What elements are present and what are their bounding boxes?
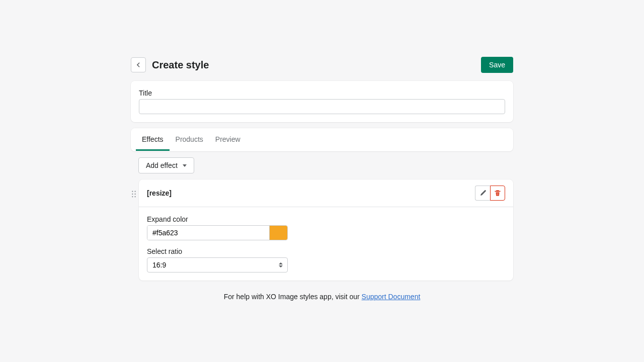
tab-preview[interactable]: Preview bbox=[209, 128, 247, 151]
trash-icon bbox=[494, 190, 501, 197]
tabs: Effects Products Preview bbox=[131, 128, 513, 151]
svg-point-2 bbox=[132, 194, 133, 195]
pencil-icon bbox=[479, 190, 487, 197]
delete-effect-button[interactable] bbox=[490, 186, 505, 201]
svg-point-3 bbox=[134, 194, 135, 195]
add-effect-button[interactable]: Add effect bbox=[138, 157, 194, 173]
effect-card-resize: [resize] Expand color bbox=[139, 179, 513, 281]
arrow-left-icon bbox=[134, 61, 142, 69]
svg-point-4 bbox=[132, 196, 133, 197]
page-title: Create style bbox=[152, 59, 209, 71]
back-button[interactable] bbox=[131, 57, 146, 72]
tabs-card: Effects Products Preview bbox=[131, 128, 513, 151]
expand-color-input[interactable] bbox=[147, 226, 269, 240]
title-label: Title bbox=[139, 89, 505, 97]
title-input[interactable] bbox=[139, 99, 505, 114]
svg-point-5 bbox=[134, 196, 135, 197]
svg-point-0 bbox=[132, 191, 133, 192]
chevron-down-icon bbox=[183, 164, 187, 167]
effect-title: [resize] bbox=[147, 189, 172, 197]
support-link[interactable]: Support Document bbox=[362, 293, 421, 301]
ratio-select[interactable]: 16:9 bbox=[147, 257, 288, 273]
expand-color-label: Expand color bbox=[147, 215, 288, 223]
svg-point-1 bbox=[134, 191, 135, 192]
add-effect-label: Add effect bbox=[146, 161, 178, 169]
edit-effect-button[interactable] bbox=[475, 186, 490, 201]
color-swatch[interactable] bbox=[269, 226, 287, 240]
select-ratio-label: Select ratio bbox=[147, 247, 288, 255]
title-card: Title bbox=[131, 81, 513, 122]
help-prefix: For help with XO Image styles app, visit… bbox=[224, 293, 362, 301]
drag-handle[interactable] bbox=[131, 179, 137, 198]
tab-products[interactable]: Products bbox=[170, 128, 209, 151]
help-text: For help with XO Image styles app, visit… bbox=[131, 293, 513, 301]
drag-icon bbox=[131, 191, 136, 198]
save-button[interactable]: Save bbox=[481, 57, 513, 73]
tab-effects[interactable]: Effects bbox=[136, 128, 170, 151]
